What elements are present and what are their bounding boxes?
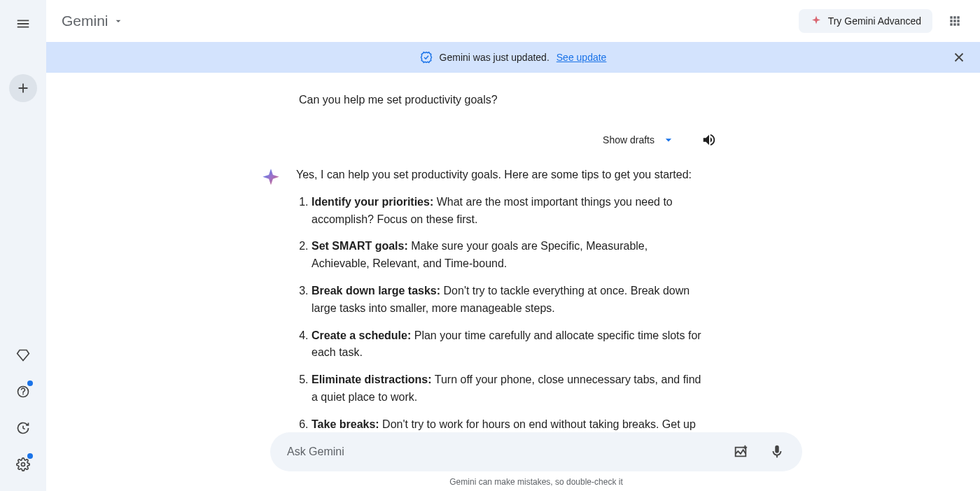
tip-title: Create a schedule: [312, 329, 411, 341]
activity-button[interactable] [9, 414, 37, 442]
help-button[interactable] [9, 378, 37, 406]
check-badge-icon [420, 51, 433, 64]
try-advanced-label: Try Gemini Advanced [828, 15, 921, 27]
mic-icon [769, 444, 785, 460]
tip-title: Break down large tasks: [312, 285, 440, 297]
tip-item: Create a schedule: Plan your time carefu… [312, 327, 702, 362]
gemini-avatar [261, 166, 284, 460]
chevron-down-icon [662, 133, 676, 147]
show-drafts-label: Show drafts [603, 134, 654, 145]
main: Gemini Try Gemini Advanced Gemini was ju… [46, 0, 980, 491]
disclaimer: Gemini can make mistakes, so double-chec… [449, 477, 622, 487]
sidebar [0, 0, 46, 491]
try-advanced-button[interactable]: Try Gemini Advanced [799, 9, 932, 33]
input-zone: Gemini can make mistakes, so double-chec… [92, 432, 980, 491]
close-icon [951, 50, 967, 65]
brand-label: Gemini [62, 13, 108, 29]
help-icon [16, 385, 30, 399]
banner-close-button[interactable] [948, 46, 970, 69]
plus-icon [15, 80, 31, 96]
topbar: Gemini Try Gemini Advanced [46, 0, 980, 42]
diamond-icon [16, 348, 30, 362]
history-icon [16, 421, 30, 435]
tip-title: Take breaks: [312, 418, 379, 430]
mic-button[interactable] [763, 438, 791, 466]
update-banner: Gemini was just updated. See update [46, 42, 980, 73]
tip-title: Identify your priorities: [312, 196, 433, 208]
new-chat-button[interactable] [9, 74, 37, 102]
add-image-button[interactable] [727, 438, 755, 466]
menu-icon [15, 16, 31, 31]
tip-title: Eliminate distractions: [312, 373, 432, 385]
user-prompt: Can you help me set productivity goals? [261, 94, 765, 106]
settings-button[interactable] [9, 450, 37, 478]
prompt-input-wrap [270, 432, 802, 471]
apps-grid-icon [948, 14, 962, 28]
notification-dot [27, 380, 33, 386]
tip-item: Set SMART goals: Make sure your goals ar… [312, 238, 702, 273]
response: Yes, I can help you set productivity goa… [261, 166, 765, 460]
response-body: Yes, I can help you set productivity goa… [296, 166, 702, 460]
tips-list: Identify your priorities: What are the m… [296, 194, 702, 451]
tip-item: Break down large tasks: Don't try to tac… [312, 283, 702, 318]
spark-icon [261, 168, 281, 187]
banner-text: Gemini was just updated. [440, 52, 550, 63]
response-header: Show drafts [261, 126, 765, 154]
notification-dot [27, 453, 33, 459]
speak-button[interactable] [695, 126, 723, 154]
spark-icon [810, 15, 822, 27]
image-add-icon [733, 444, 748, 460]
conversation-area: Can you help me set productivity goals? … [46, 73, 980, 491]
menu-button[interactable] [9, 10, 37, 38]
volume-icon [701, 132, 717, 148]
tip-title: Set SMART goals: [312, 240, 408, 252]
gear-icon [16, 457, 30, 471]
prompt-input[interactable] [287, 446, 718, 458]
caret-down-icon [113, 15, 124, 27]
show-drafts-toggle[interactable]: Show drafts [603, 133, 676, 147]
top-right: Try Gemini Advanced [799, 7, 969, 35]
sidebar-bottom [9, 341, 37, 491]
tip-item: Eliminate distractions: Turn off your ph… [312, 371, 702, 406]
apps-button[interactable] [941, 7, 969, 35]
gem-manager-button[interactable] [9, 341, 37, 369]
banner-link[interactable]: See update [556, 52, 607, 63]
brand-dropdown[interactable]: Gemini [57, 13, 124, 29]
tip-item: Identify your priorities: What are the m… [312, 194, 702, 229]
response-intro: Yes, I can help you set productivity goa… [296, 166, 702, 184]
